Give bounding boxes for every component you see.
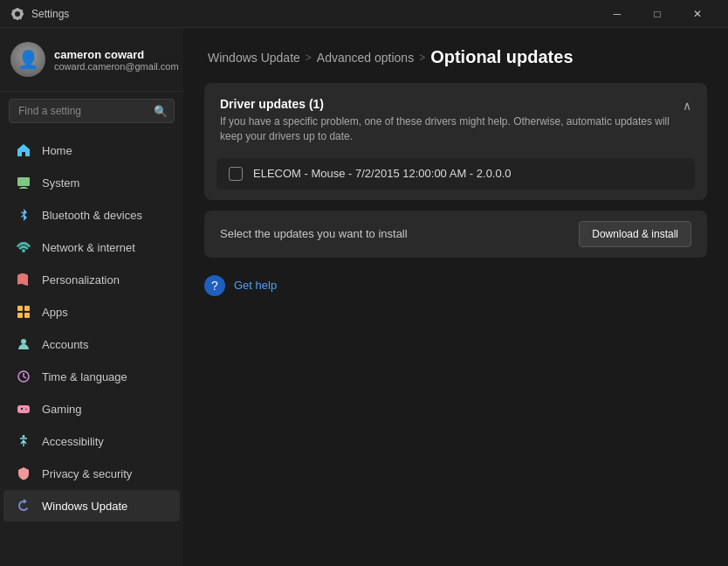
settings-icon [10, 7, 24, 21]
search-input[interactable] [9, 99, 175, 123]
sidebar-item-label-apps: Apps [42, 306, 68, 319]
sidebar-item-update[interactable]: Windows Update [3, 490, 180, 521]
download-install-button[interactable]: Download & install [579, 221, 691, 247]
home-icon [16, 142, 31, 158]
sidebar-item-system[interactable]: System [3, 167, 180, 198]
network-icon [16, 239, 31, 255]
svg-rect-4 [24, 306, 30, 311]
section-title: Driver updates (1) [220, 97, 683, 111]
install-bar: Select the updates you want to install D… [204, 211, 707, 258]
sidebar-item-label-network: Network & internet [42, 241, 135, 254]
sidebar-item-label-accessibility: Accessibility [42, 435, 104, 448]
titlebar: Settings ─ □ ✕ [0, 0, 728, 28]
gaming-icon [16, 401, 31, 417]
driver-updates-section: Driver updates (1) If you have a specifi… [204, 83, 707, 200]
breadcrumb-sep-2: > [419, 52, 425, 64]
sidebar: 👤 cameron coward coward.cameron@gmail.co… [0, 28, 183, 566]
sidebar-item-time[interactable]: Time & language [3, 361, 180, 392]
sidebar-item-apps[interactable]: Apps [3, 296, 180, 328]
user-profile[interactable]: 👤 cameron coward coward.cameron@gmail.co… [0, 28, 183, 92]
user-email: coward.cameron@gmail.com [54, 61, 179, 72]
sidebar-item-label-bluetooth: Bluetooth & devices [42, 209, 142, 222]
user-name: cameron coward [54, 48, 179, 61]
section-description: If you have a specific problem, one of t… [220, 114, 683, 144]
breadcrumb-current: Optional updates [430, 47, 573, 67]
sidebar-item-accounts[interactable]: Accounts [3, 328, 180, 360]
svg-point-7 [21, 339, 26, 344]
search-container: 🔍 [0, 92, 183, 130]
svg-rect-0 [17, 177, 30, 186]
avatar: 👤 [10, 42, 45, 77]
sidebar-item-label-system: System [42, 176, 79, 190]
sidebar-item-label-privacy: Privacy & security [42, 467, 132, 480]
bluetooth-icon [16, 207, 31, 223]
time-icon [16, 369, 31, 384]
svg-point-10 [23, 435, 25, 438]
sidebar-item-label-personalization: Personalization [42, 273, 120, 286]
get-help-icon: ? [204, 275, 225, 296]
sidebar-item-label-gaming: Gaming [42, 403, 82, 416]
search-icon: 🔍 [154, 105, 168, 118]
svg-rect-3 [17, 306, 23, 311]
sidebar-item-bluetooth[interactable]: Bluetooth & devices [3, 199, 180, 231]
sidebar-item-privacy[interactable]: Privacy & security [3, 458, 180, 489]
content-area: Windows Update > Advanced options > Opti… [183, 28, 728, 566]
user-info: cameron coward coward.cameron@gmail.com [54, 48, 179, 72]
accounts-icon [16, 336, 31, 352]
driver-checkbox[interactable] [229, 167, 243, 181]
close-button[interactable]: ✕ [677, 0, 718, 28]
get-help-container: ? Get help [204, 275, 707, 296]
breadcrumb-sep-1: > [306, 52, 312, 64]
section-header[interactable]: Driver updates (1) If you have a specifi… [204, 83, 707, 158]
svg-rect-2 [19, 188, 28, 189]
sidebar-item-accessibility[interactable]: Accessibility [3, 425, 180, 457]
personalization-icon [16, 272, 31, 287]
get-help-link[interactable]: Get help [234, 279, 277, 292]
svg-rect-5 [17, 313, 23, 318]
breadcrumb-link-windows-update[interactable]: Windows Update [208, 51, 300, 65]
privacy-icon [16, 466, 31, 481]
chevron-up-icon: ∧ [683, 99, 691, 113]
svg-rect-9 [17, 405, 30, 413]
sidebar-item-network[interactable]: Network & internet [3, 231, 180, 263]
app-container: 👤 cameron coward coward.cameron@gmail.co… [0, 28, 728, 566]
update-icon [16, 498, 31, 514]
accessibility-icon [16, 433, 31, 449]
titlebar-title: Settings [31, 8, 69, 20]
driver-item: ELECOM - Mouse - 7/2/2015 12:00:00 AM - … [216, 158, 695, 190]
sidebar-item-gaming[interactable]: Gaming [3, 393, 180, 424]
driver-label: ELECOM - Mouse - 7/2/2015 12:00:00 AM - … [253, 167, 512, 180]
sidebar-item-label-home: Home [42, 144, 72, 157]
maximize-button[interactable]: □ [637, 0, 677, 28]
minimize-button[interactable]: ─ [597, 0, 637, 28]
breadcrumb: Windows Update > Advanced options > Opti… [183, 28, 728, 83]
sidebar-item-label-update: Windows Update [42, 500, 127, 513]
apps-icon [16, 304, 31, 320]
sidebar-item-home[interactable]: Home [3, 135, 180, 166]
nav-list: HomeSystemBluetooth & devicesNetwork & i… [0, 130, 183, 566]
svg-rect-6 [24, 313, 30, 318]
breadcrumb-link-advanced[interactable]: Advanced options [317, 51, 414, 65]
sidebar-item-label-accounts: Accounts [42, 338, 88, 351]
install-text: Select the updates you want to install [220, 227, 408, 240]
system-icon [16, 175, 31, 190]
titlebar-controls: ─ □ ✕ [597, 0, 718, 28]
titlebar-left: Settings [10, 7, 69, 21]
sidebar-item-personalization[interactable]: Personalization [3, 264, 180, 295]
sidebar-item-label-time: Time & language [42, 370, 127, 383]
